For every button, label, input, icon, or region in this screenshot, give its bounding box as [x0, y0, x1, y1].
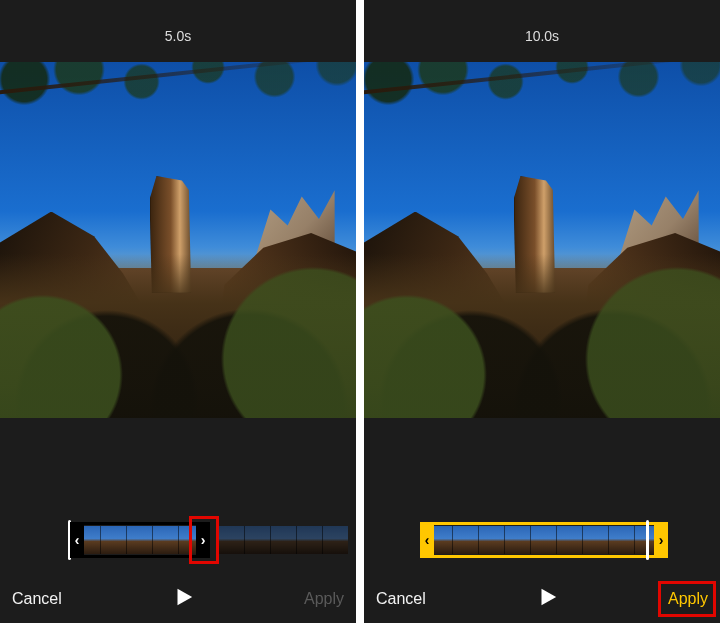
chevron-left-icon: ‹	[425, 532, 430, 548]
duration-label: 10.0s	[364, 28, 720, 44]
cancel-button[interactable]: Cancel	[12, 590, 62, 608]
chevron-left-icon: ‹	[75, 532, 80, 548]
playhead[interactable]	[646, 520, 649, 560]
controls-bar: Cancel Apply	[364, 575, 720, 623]
timeline[interactable]: ‹ ›	[14, 520, 342, 560]
duration-label: 5.0s	[0, 28, 356, 44]
play-icon	[536, 586, 558, 612]
apply-button[interactable]: Apply	[304, 590, 344, 608]
controls-bar: Cancel Apply	[0, 575, 356, 623]
editor-pane-left: 5.0s ‹ ›	[0, 0, 356, 623]
cancel-button[interactable]: Cancel	[376, 590, 426, 608]
play-icon	[172, 586, 194, 612]
selection-range[interactable]	[70, 522, 210, 558]
chevron-right-icon: ›	[659, 532, 664, 548]
trim-handle-right[interactable]: ›	[196, 522, 210, 558]
play-button[interactable]	[163, 579, 203, 619]
preview-image	[364, 62, 720, 418]
apply-button[interactable]: Apply	[668, 590, 708, 608]
selection-range[interactable]	[420, 522, 668, 558]
timeline[interactable]: ‹ ›	[378, 520, 706, 560]
trim-handle-right[interactable]: ›	[654, 522, 668, 558]
editor-pane-right: 10.0s ‹ › Cancel	[364, 0, 720, 623]
preview-image	[0, 62, 356, 418]
trim-handle-left[interactable]: ‹	[70, 522, 84, 558]
trim-handle-left[interactable]: ‹	[420, 522, 434, 558]
play-button[interactable]	[527, 579, 567, 619]
chevron-right-icon: ›	[201, 532, 206, 548]
